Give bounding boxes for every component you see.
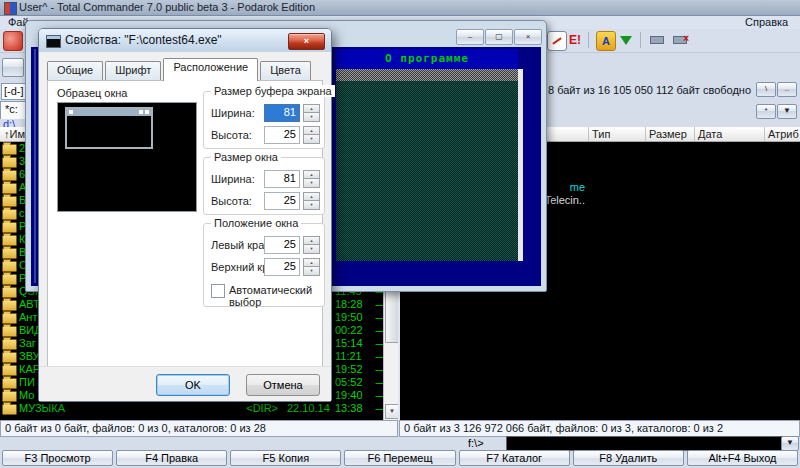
header-attr-column[interactable]: Атриб bbox=[764, 127, 800, 141]
edit-file-icon[interactable] bbox=[547, 31, 567, 51]
folder-icon bbox=[2, 326, 17, 337]
console-menu-row bbox=[336, 69, 518, 81]
left-status-bar: 0 байт из 0 байт, файлов: 0 из 0, катало… bbox=[0, 420, 398, 437]
history-button[interactable]: ▼ bbox=[777, 104, 797, 119]
spin-down-icon[interactable]: ▼ bbox=[303, 112, 320, 122]
spin-down-icon[interactable]: ▼ bbox=[303, 178, 320, 188]
group-buffer-size: Размер буфера экрана Ширина: 81 ▲ ▼ Высо… bbox=[203, 91, 325, 149]
font-a-icon[interactable]: A bbox=[596, 31, 616, 51]
parent-dir-button[interactable]: .. bbox=[777, 82, 797, 97]
folder-icon bbox=[2, 183, 17, 194]
f7-mkdir-button[interactable]: F7 Каталог bbox=[459, 450, 570, 466]
drive-button[interactable] bbox=[2, 58, 24, 77]
folder-icon bbox=[2, 287, 17, 298]
network-connect-icon[interactable] bbox=[648, 31, 666, 49]
minimize-icon[interactable]: – bbox=[456, 29, 484, 45]
window-preview bbox=[57, 102, 197, 212]
f8-delete-button[interactable]: F8 Удалить bbox=[573, 450, 684, 466]
dialog-titlebar[interactable]: Свойства: "F:\contest64.exe" × bbox=[39, 29, 331, 52]
spin-down-icon[interactable]: ▼ bbox=[303, 134, 320, 144]
list-item-muzyka[interactable]: МУЗЫКА <DIR> 22.10.14 13:38 — bbox=[0, 402, 398, 415]
window-height-field[interactable]: 25 bbox=[264, 192, 300, 210]
command-input[interactable] bbox=[506, 436, 784, 451]
top-edge-stepper[interactable]: ▲ ▼ bbox=[303, 258, 319, 275]
folder-icon bbox=[2, 313, 17, 324]
toolbar-separator bbox=[588, 32, 589, 48]
maximize-icon[interactable]: ▢ bbox=[485, 29, 513, 45]
window-width-field[interactable]: 81 bbox=[264, 170, 300, 188]
drive-combo-value: [-d-] bbox=[4, 85, 24, 97]
dialog-tabs: Общие Шрифт Расположение Цвета bbox=[47, 60, 313, 81]
window-width-stepper[interactable]: ▲ ▼ bbox=[303, 170, 319, 187]
e-editor-icon[interactable]: E! bbox=[566, 31, 584, 49]
header-date-column[interactable]: Дата bbox=[694, 127, 765, 141]
command-history-button[interactable]: ▼ bbox=[781, 436, 799, 451]
f6-move-button[interactable]: F6 Перемещ bbox=[344, 450, 455, 466]
console-scrollbar[interactable] bbox=[518, 69, 523, 261]
toolbar-separator bbox=[640, 32, 641, 48]
preview-label: Образец окна bbox=[57, 87, 128, 99]
folder-icon bbox=[2, 144, 17, 155]
close-icon[interactable]: × bbox=[514, 29, 542, 45]
f3-view-button[interactable]: F3 Просмотр bbox=[2, 450, 113, 466]
folder-icon bbox=[2, 196, 17, 207]
console-screen-body bbox=[336, 81, 518, 261]
menu-help[interactable]: Справка bbox=[745, 16, 788, 28]
ok-button[interactable]: OK bbox=[156, 374, 230, 396]
folder-icon bbox=[2, 274, 17, 285]
auto-position-checkbox[interactable] bbox=[211, 284, 225, 298]
close-icon[interactable]: × bbox=[288, 33, 325, 50]
folder-icon bbox=[2, 261, 17, 272]
tab-general[interactable]: Общие bbox=[47, 61, 103, 81]
spin-down-icon[interactable]: ▼ bbox=[303, 266, 320, 276]
folder-icon bbox=[2, 170, 17, 181]
window-title: User^ - Total Commander 7.0 public beta … bbox=[19, 1, 315, 13]
buffer-width-field[interactable]: 81 bbox=[264, 104, 300, 122]
scroll-down-button[interactable]: ▼ bbox=[385, 404, 399, 419]
toolbar-red-icon[interactable] bbox=[3, 31, 23, 51]
window-height-stepper[interactable]: ▲ ▼ bbox=[303, 192, 319, 209]
function-key-bar: F3 Просмотр F4 Правка F5 Копия F6 Переме… bbox=[0, 450, 800, 467]
folder-icon bbox=[2, 300, 17, 311]
tab-layout[interactable]: Расположение bbox=[163, 58, 258, 81]
total-commander-window: User^ - Total Commander 7.0 public beta … bbox=[0, 0, 800, 468]
command-prompt-label: f:\> bbox=[468, 437, 484, 449]
preview-mini-titlebar bbox=[67, 109, 151, 116]
free-space-info: 8 байт из 16 105 050 112 байт свободно bbox=[548, 84, 751, 96]
left-edge-field[interactable]: 25 bbox=[264, 236, 300, 254]
buffer-height-field[interactable]: 25 bbox=[264, 126, 300, 144]
favorites-button[interactable]: * bbox=[756, 104, 776, 119]
cancel-button[interactable]: Отмена bbox=[246, 374, 320, 396]
folder-icon bbox=[2, 222, 17, 233]
folder-icon bbox=[2, 404, 17, 415]
group-window-size: Размер окна Ширина: 81 ▲ ▼ Высота: 25 ▲ … bbox=[203, 157, 325, 215]
console-inner-line bbox=[34, 49, 36, 283]
folder-icon bbox=[2, 378, 17, 389]
network-disconnect-icon[interactable]: × bbox=[671, 31, 689, 49]
left-edge-stepper[interactable]: ▲ ▼ bbox=[303, 236, 319, 253]
altf4-exit-button[interactable]: Alt+F4 Выход bbox=[687, 450, 798, 466]
dialog-footer: OK Отмена bbox=[39, 366, 331, 401]
buffer-height-stepper[interactable]: ▲ ▼ bbox=[303, 126, 319, 143]
buffer-width-stepper[interactable]: ▲ ▼ bbox=[303, 104, 319, 121]
app-titlebar: User^ - Total Commander 7.0 public beta … bbox=[0, 0, 800, 16]
root-dir-button[interactable]: \ bbox=[756, 82, 776, 97]
spin-down-icon[interactable]: ▼ bbox=[303, 244, 320, 254]
download-arrow-icon[interactable] bbox=[617, 31, 635, 49]
tab-colors[interactable]: Цвета bbox=[260, 61, 311, 81]
f4-edit-button[interactable]: F4 Правка bbox=[116, 450, 227, 466]
f5-copy-button[interactable]: F5 Копия bbox=[230, 450, 341, 466]
right-status-bar: 0 байт из 3 126 972 066 байт, файлов: 0 … bbox=[399, 420, 800, 437]
group-window-position: Положение окна Левый край: 25 ▲ ▼ Верхни… bbox=[203, 223, 325, 307]
header-type-column[interactable]: Тип bbox=[588, 127, 646, 141]
top-edge-field[interactable]: 25 bbox=[264, 258, 300, 276]
dialog-title: Свойства: "F:\contest64.exe" bbox=[65, 33, 222, 47]
folder-icon bbox=[2, 365, 17, 376]
header-size-column[interactable]: Размер bbox=[645, 127, 695, 141]
console-app-icon bbox=[46, 35, 61, 48]
scrollbar-thumb[interactable] bbox=[385, 283, 399, 343]
folder-icon bbox=[2, 248, 17, 259]
preview-mini-window bbox=[65, 107, 153, 149]
spin-down-icon[interactable]: ▼ bbox=[303, 200, 320, 210]
tab-font[interactable]: Шрифт bbox=[105, 61, 161, 81]
